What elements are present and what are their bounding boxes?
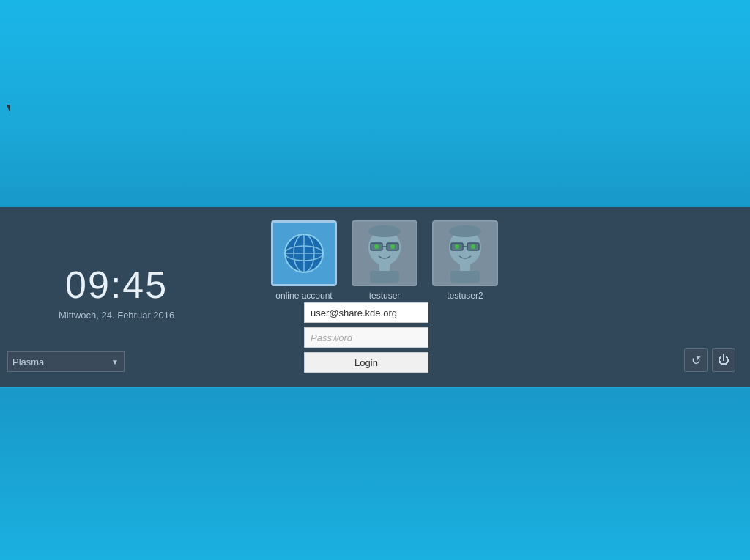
shutdown-button[interactable]: ⏻ bbox=[712, 348, 735, 372]
user-label-online-account: online account bbox=[275, 291, 332, 301]
login-panel: 09:45 Mittwoch, 24. Februar 2016 online … bbox=[0, 207, 750, 387]
face-icon-testuser bbox=[359, 224, 410, 283]
session-select-wrapper[interactable]: Plasma KDE GNOME Openbox bbox=[7, 351, 125, 372]
svg-rect-17 bbox=[450, 271, 480, 283]
background-top bbox=[0, 0, 750, 212]
clock-date: Mittwoch, 24. Februar 2016 bbox=[59, 309, 174, 320]
reboot-icon: ↺ bbox=[691, 354, 701, 367]
users-section: online account bbox=[271, 220, 498, 301]
session-selector[interactable]: Plasma KDE GNOME Openbox bbox=[7, 351, 125, 372]
svg-point-13 bbox=[390, 244, 395, 249]
svg-point-23 bbox=[449, 225, 481, 237]
shutdown-icon: ⏻ bbox=[718, 354, 729, 367]
clock-section: 09:45 Mittwoch, 24. Februar 2016 bbox=[59, 262, 174, 320]
user-avatar-online-account[interactable] bbox=[271, 220, 337, 286]
user-item-online-account[interactable]: online account bbox=[271, 220, 337, 301]
password-input[interactable] bbox=[304, 327, 428, 348]
svg-point-22 bbox=[471, 244, 475, 249]
username-input[interactable] bbox=[304, 302, 428, 323]
session-select[interactable]: Plasma KDE GNOME Openbox bbox=[7, 351, 125, 372]
svg-rect-8 bbox=[370, 271, 399, 283]
svg-point-14 bbox=[368, 225, 401, 237]
svg-point-12 bbox=[374, 244, 379, 249]
user-item-testuser2[interactable]: testuser2 bbox=[432, 220, 498, 301]
globe-icon bbox=[282, 231, 326, 275]
form-section: Login bbox=[304, 302, 428, 373]
user-label-testuser: testuser bbox=[369, 291, 401, 301]
user-label-testuser2: testuser2 bbox=[447, 291, 483, 301]
reboot-button[interactable]: ↺ bbox=[684, 348, 708, 372]
user-item-testuser[interactable]: testuser bbox=[352, 220, 417, 301]
clock-time: 09:45 bbox=[59, 262, 174, 306]
svg-point-21 bbox=[455, 244, 459, 249]
login-button[interactable]: Login bbox=[304, 352, 428, 373]
face-icon-testuser2 bbox=[439, 224, 491, 283]
action-buttons: ↺ ⏻ bbox=[684, 348, 735, 372]
user-avatar-testuser[interactable] bbox=[352, 220, 417, 286]
user-avatar-testuser2[interactable] bbox=[432, 220, 498, 286]
background-bottom bbox=[0, 388, 750, 560]
